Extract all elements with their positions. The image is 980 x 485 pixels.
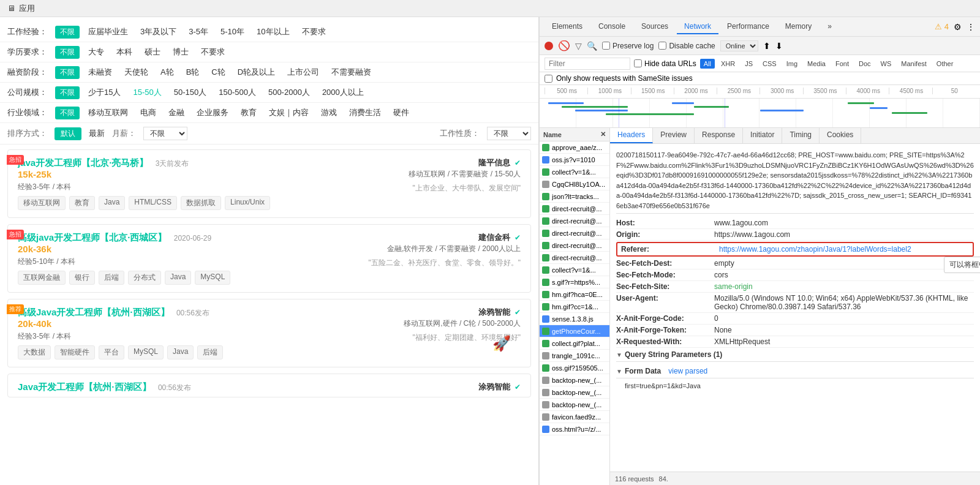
tag[interactable]: 后端 [99, 271, 124, 285]
record-button[interactable] [545, 42, 553, 50]
ind-opt-3[interactable]: 金融 [165, 106, 188, 119]
request-item-15[interactable]: sense.1.3.8.js [540, 313, 609, 325]
settings-icon[interactable]: ⚙ [954, 22, 962, 32]
preserve-log-checkbox[interactable] [602, 42, 610, 50]
detail-tab-preview[interactable]: Preview [653, 128, 695, 143]
type-xhr[interactable]: XHR [717, 59, 739, 69]
tab-console[interactable]: Console [591, 20, 633, 34]
edu-opt-1[interactable]: 大专 [85, 45, 108, 59]
fund-opt-3[interactable]: A轮 [157, 66, 178, 79]
hide-data-urls-checkbox[interactable] [634, 59, 642, 67]
request-item-20[interactable]: backtop-new_(... [540, 374, 609, 386]
size-active[interactable]: 不限 [55, 86, 80, 99]
throttle-select[interactable]: Online [720, 40, 758, 51]
clear-button[interactable]: 🚫 [558, 40, 570, 51]
tag[interactable]: Linux/Unix [225, 196, 270, 210]
salary-select[interactable]: 不限 [143, 127, 187, 140]
detail-tab-initiator[interactable]: Initiator [743, 128, 782, 143]
fund-opt-1[interactable]: 未融资 [85, 66, 116, 79]
size-opt-1[interactable]: 少于15人 [85, 86, 124, 99]
tab-more[interactable]: » [820, 20, 839, 34]
job-card-2[interactable]: 急招 高级java开发工程师【北京·西城区】 2020-06-29 建信金科 ✔… [7, 224, 531, 293]
tag[interactable]: 移动互联网 [18, 196, 66, 210]
company-name-1[interactable]: 隆平信息 [478, 158, 510, 167]
tag[interactable]: Java [167, 345, 194, 359]
exp-opt-5[interactable]: 10年以上 [253, 25, 293, 39]
job-title-3[interactable]: 高级Java开发工程师【杭州·西湖区】 [18, 307, 170, 317]
samesite-checkbox[interactable] [545, 75, 552, 83]
job-title-1[interactable]: java开发工程师【北京·亮马桥】 [18, 157, 148, 168]
ind-opt-6[interactable]: 文娱｜内容 [265, 106, 312, 119]
exp-opt-2[interactable]: 3年及以下 [137, 25, 180, 39]
request-item-16[interactable]: getPhoneCour... [540, 325, 609, 337]
experience-active[interactable]: 不限 [55, 26, 80, 39]
tag[interactable]: MySQL [128, 345, 164, 359]
size-opt-4[interactable]: 150-500人 [215, 86, 260, 99]
fund-opt-7[interactable]: 上市公司 [284, 66, 323, 79]
request-item-2[interactable]: oss.js?v=1010 [540, 154, 609, 166]
tag[interactable]: Java [99, 196, 125, 210]
type-font[interactable]: Font [832, 59, 853, 69]
hide-data-urls-label[interactable]: Hide data URLs [634, 59, 696, 68]
download-icon[interactable]: ⬇ [775, 41, 783, 51]
disable-cache-checkbox[interactable] [658, 42, 666, 50]
tab-memory[interactable]: Memory [778, 20, 819, 34]
detail-tab-timing[interactable]: Timing [782, 128, 820, 143]
tab-performance[interactable]: Performance [720, 20, 777, 34]
tag[interactable]: 银行 [69, 271, 95, 285]
exp-opt-4[interactable]: 5-10年 [217, 25, 248, 39]
tag[interactable]: 平台 [99, 345, 124, 359]
ind-opt-1[interactable]: 移动互联网 [85, 106, 132, 119]
request-item-19[interactable]: oss.gif?159505... [540, 362, 609, 374]
education-active[interactable]: 不限 [55, 46, 80, 59]
request-item-23[interactable]: favicon.faed9z... [540, 411, 609, 423]
ind-opt-8[interactable]: 消费生活 [345, 106, 385, 119]
exp-opt-1[interactable]: 应届毕业生 [85, 25, 132, 39]
company-name-2[interactable]: 建信金科 [478, 233, 510, 242]
edu-opt-2[interactable]: 本科 [113, 45, 136, 59]
edu-opt-5[interactable]: 不要求 [197, 45, 228, 59]
filter-input[interactable] [545, 58, 630, 70]
request-item-22[interactable]: backtop-new_(... [540, 399, 609, 411]
edu-opt-4[interactable]: 博士 [169, 45, 192, 59]
ind-opt-5[interactable]: 教育 [237, 106, 260, 119]
job-card-1[interactable]: 急招 java开发工程师【北京·亮马桥】 3天前发布 隆平信息 ✔ 15k-25… [7, 149, 531, 218]
type-other[interactable]: Other [933, 59, 957, 69]
job-card-3[interactable]: 推荐 高级Java开发工程师【杭州·西湖区】 00:56发布 涂鸦智能 ✔ 20… [7, 299, 531, 367]
tag[interactable]: 智能硬件 [55, 345, 95, 359]
request-item-17[interactable]: collect.gif?plat... [540, 337, 609, 350]
company-name-3[interactable]: 涂鸦智能 [478, 307, 510, 317]
tag[interactable]: Java [165, 271, 191, 285]
request-item-3[interactable]: collect?v=1&... [540, 166, 609, 178]
edu-opt-3[interactable]: 硕士 [141, 45, 164, 59]
request-item-8[interactable]: direct-recruit@... [540, 227, 609, 239]
request-item-18[interactable]: trangle_1091c... [540, 350, 609, 362]
more-options-icon[interactable]: ⋮ [967, 22, 975, 32]
request-item-13[interactable]: hm.gif?hca=0E... [540, 288, 609, 301]
detail-tab-cookies[interactable]: Cookies [820, 128, 861, 143]
disable-cache-label[interactable]: Disable cache [658, 42, 715, 50]
size-opt-5[interactable]: 500-2000人 [265, 86, 314, 99]
job-card-4[interactable]: Java开发工程师【杭州·西湖区】 00:56发布 涂鸦智能 ✔ [7, 374, 531, 397]
request-item-21[interactable]: backtop-new_(... [540, 386, 609, 399]
fund-opt-2[interactable]: 天使轮 [121, 66, 152, 79]
tag[interactable]: 互联网金融 [18, 271, 66, 285]
fund-opt-6[interactable]: D轮及以上 [234, 66, 279, 79]
detail-tab-response[interactable]: Response [695, 128, 743, 143]
upload-icon[interactable]: ⬆ [763, 41, 771, 51]
fund-opt-8[interactable]: 不需要融资 [328, 66, 375, 79]
request-item-10[interactable]: direct-recruit@... [540, 252, 609, 264]
filter-button[interactable]: ▽ [575, 41, 582, 51]
view-parsed-link[interactable]: view parsed [668, 367, 707, 375]
sort-default-btn[interactable]: 默认 [55, 127, 81, 140]
request-item-7[interactable]: direct-recruit@... [540, 215, 609, 227]
tab-elements[interactable]: Elements [545, 20, 590, 34]
request-item-6[interactable]: direct-recruit@... [540, 203, 609, 215]
request-item-5[interactable]: json?lt=tracks... [540, 190, 609, 203]
ind-opt-2[interactable]: 电商 [137, 106, 160, 119]
tag[interactable]: 数据抓取 [181, 196, 221, 210]
request-item-4[interactable]: CgqCHl8Ly1OA... [540, 178, 609, 190]
close-details-icon[interactable]: ✕ [600, 130, 606, 138]
preserve-log-label[interactable]: Preserve log [602, 42, 654, 50]
request-item-1[interactable]: approve_aae/z... [540, 141, 609, 154]
